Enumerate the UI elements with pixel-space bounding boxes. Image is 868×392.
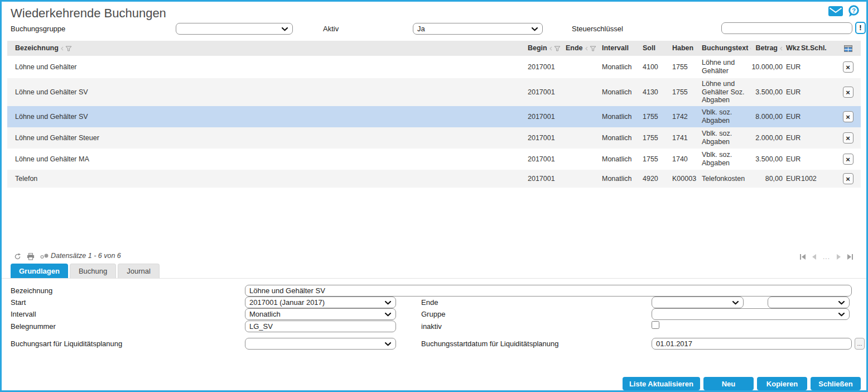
close-button[interactable]: Schließen: [811, 377, 861, 390]
intervall-label: Intervall: [11, 310, 36, 318]
buchungsart-label: Buchungsart für Liquiditätsplanung: [11, 340, 122, 348]
startdatum-label: Buchungsstartdatum für Liquiditätsplanun…: [421, 340, 558, 348]
footer-buttons: Liste Aktualisieren Neu Kopieren Schließ…: [623, 377, 861, 390]
belegnummer-label: Belegnummer: [11, 322, 56, 331]
start-value: 2017001 (Januar 2017): [249, 298, 325, 307]
chevron-down-icon: [732, 301, 739, 305]
gruppe-label: Gruppe: [421, 310, 445, 318]
ende-year-select[interactable]: [768, 297, 850, 308]
bezeichnung-label: Bezeichnung: [11, 286, 52, 295]
grundlagen-form: Bezeichnung Start 2017001 (Januar 2017) …: [2, 2, 866, 390]
chevron-down-icon: [385, 342, 391, 346]
chevron-down-icon: [838, 301, 845, 305]
date-picker-button[interactable]: ...: [855, 338, 865, 350]
inaktiv-checkbox[interactable]: [652, 321, 659, 329]
buchungsart-select[interactable]: [245, 338, 396, 350]
inaktiv-label: inaktiv: [421, 322, 442, 331]
intervall-select[interactable]: Monatlich: [245, 308, 396, 320]
chevron-down-icon: [385, 313, 391, 317]
refresh-list-button[interactable]: Liste Aktualisieren: [623, 377, 700, 390]
start-label: Start: [11, 298, 26, 307]
startdatum-input[interactable]: [652, 338, 852, 350]
chevron-down-icon: [385, 301, 391, 305]
bezeichnung-input[interactable]: [245, 285, 852, 297]
belegnummer-input[interactable]: [245, 321, 396, 332]
ende-label: Ende: [421, 298, 438, 307]
copy-button[interactable]: Kopieren: [757, 377, 807, 390]
new-button[interactable]: Neu: [703, 377, 754, 390]
start-select[interactable]: 2017001 (Januar 2017): [245, 297, 396, 308]
gruppe-select[interactable]: [652, 308, 850, 320]
recurring-bookings-window: Wiederkehrende Buchungen ? Buchungsgrupp…: [0, 0, 868, 392]
chevron-down-icon: [838, 313, 845, 317]
ende-period-select[interactable]: [652, 297, 744, 308]
intervall-value: Monatlich: [249, 310, 281, 318]
